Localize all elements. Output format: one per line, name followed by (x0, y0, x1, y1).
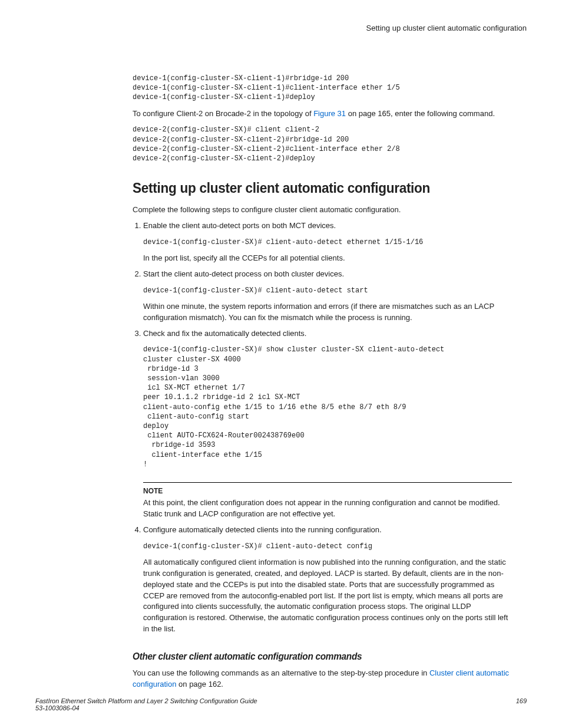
step-4-after: All automatically configured client info… (143, 557, 512, 635)
step-4-text: Configure automatically detected clients… (143, 525, 382, 534)
code-block-2: device-2(config-cluster-SX)# client clie… (133, 125, 512, 163)
step-4: Configure automatically detected clients… (143, 525, 512, 635)
page-footer: FastIron Ethernet Switch Platform and La… (35, 697, 527, 711)
text: To configure Client-2 on Brocade-2 in th… (133, 109, 313, 118)
subsection-paragraph: You can use the following commands as an… (133, 668, 512, 690)
step-1-after: In the port list, specify all the CCEPs … (143, 253, 512, 264)
text: on page 165, enter the following command… (346, 109, 495, 118)
steps-list: Enable the client auto-detect ports on b… (133, 220, 512, 635)
footer-doc-title: FastIron Ethernet Switch Platform and La… (35, 697, 257, 704)
step-3-text: Check and fix the automatically detected… (143, 329, 306, 338)
figure-link[interactable]: Figure 31 (313, 109, 346, 118)
note-text: At this point, the client configuration … (143, 498, 512, 520)
step-2-text: Start the client auto-detect process on … (143, 269, 344, 278)
note-label: NOTE (143, 486, 512, 496)
step-2-code: device-1(config-cluster-SX)# client-auto… (143, 286, 512, 295)
step-1: Enable the client auto-detect ports on b… (143, 220, 512, 264)
section-intro: Complete the following steps to configur… (133, 205, 512, 216)
step-3-code: device-1(config-cluster-SX)# show cluste… (143, 345, 512, 469)
code-block-1: device-1(config-cluster-SX-client-1)#rbr… (133, 74, 512, 103)
paragraph-config-client2: To configure Client-2 on Brocade-2 in th… (133, 108, 512, 120)
step-2: Start the client auto-detect process on … (143, 269, 512, 324)
step-1-code: device-1(config-cluster-SX)# client-auto… (143, 238, 512, 247)
text: on page 162. (176, 680, 223, 689)
footer-doc-number: 53-1003086-04 (35, 704, 80, 711)
footer-page-number: 169 (516, 697, 527, 711)
subsection-heading: Other cluster client automatic configura… (133, 651, 497, 662)
section-heading: Setting up cluster client automatic conf… (133, 180, 489, 196)
note-block: NOTE At this point, the client configura… (143, 482, 512, 520)
footer-left: FastIron Ethernet Switch Platform and La… (35, 697, 257, 711)
step-1-text: Enable the client auto-detect ports on b… (143, 221, 336, 230)
step-2-after: Within one minute, the system reports in… (143, 301, 512, 324)
step-3: Check and fix the automatically detected… (143, 328, 512, 520)
text: You can use the following commands as an… (133, 668, 429, 677)
page-header-title: Setting up cluster client automatic conf… (35, 24, 527, 32)
step-4-code: device-1(config-cluster-SX)# client-auto… (143, 542, 512, 551)
